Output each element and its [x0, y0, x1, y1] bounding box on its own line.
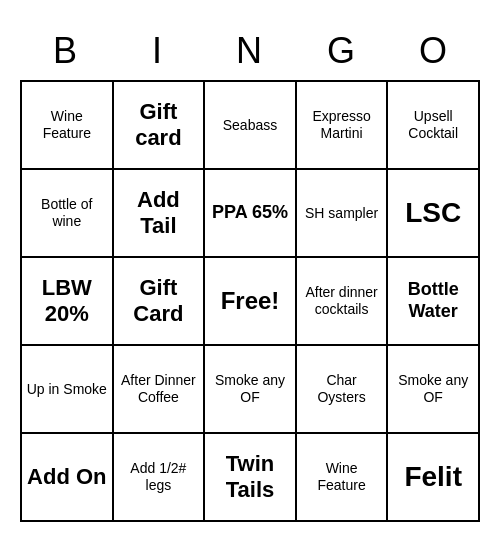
bingo-cell: PPA 65% [205, 170, 297, 258]
bingo-cell: Gift Card [114, 258, 206, 346]
bingo-cell: SH sampler [297, 170, 389, 258]
cell-text: Upsell Cocktail [392, 108, 474, 142]
header-letter: N [204, 22, 296, 80]
cell-text: After Dinner Coffee [118, 372, 200, 406]
cell-text: LSC [405, 196, 461, 230]
cell-text: Add On [27, 464, 106, 490]
header-letter: O [388, 22, 480, 80]
cell-text: Gift Card [118, 275, 200, 328]
cell-text: LBW 20% [26, 275, 108, 328]
bingo-card: BINGO Wine FeatureGift cardSeabassExpres… [20, 22, 480, 522]
bingo-cell: Bottle Water [388, 258, 480, 346]
bingo-header: BINGO [20, 22, 480, 80]
bingo-grid: Wine FeatureGift cardSeabassExpresso Mar… [20, 80, 480, 522]
bingo-cell: Felit [388, 434, 480, 522]
bingo-cell: Smoke any OF [205, 346, 297, 434]
cell-text: Smoke any OF [209, 372, 291, 406]
bingo-cell: Wine Feature [297, 434, 389, 522]
cell-text: Twin Tails [209, 451, 291, 504]
bingo-cell: Twin Tails [205, 434, 297, 522]
cell-text: Char Oysters [301, 372, 383, 406]
bingo-cell: LBW 20% [22, 258, 114, 346]
bingo-cell: LSC [388, 170, 480, 258]
cell-text: Free! [221, 287, 280, 316]
bingo-cell: After Dinner Coffee [114, 346, 206, 434]
cell-text: Wine Feature [301, 460, 383, 494]
cell-text: Expresso Martini [301, 108, 383, 142]
cell-text: Wine Feature [26, 108, 108, 142]
cell-text: Smoke any OF [392, 372, 474, 406]
bingo-cell: Seabass [205, 82, 297, 170]
header-letter: G [296, 22, 388, 80]
bingo-cell: After dinner cocktails [297, 258, 389, 346]
header-letter: B [20, 22, 112, 80]
cell-text: Felit [404, 460, 462, 494]
bingo-cell: Smoke any OF [388, 346, 480, 434]
cell-text: Seabass [223, 117, 277, 134]
bingo-cell: Upsell Cocktail [388, 82, 480, 170]
bingo-cell: Expresso Martini [297, 82, 389, 170]
bingo-cell: Free! [205, 258, 297, 346]
cell-text: Bottle of wine [26, 196, 108, 230]
header-letter: I [112, 22, 204, 80]
bingo-cell: Char Oysters [297, 346, 389, 434]
bingo-cell: Add Tail [114, 170, 206, 258]
bingo-cell: Up in Smoke [22, 346, 114, 434]
bingo-cell: Wine Feature [22, 82, 114, 170]
cell-text: SH sampler [305, 205, 378, 222]
cell-text: Up in Smoke [27, 381, 107, 398]
cell-text: Add 1/2# legs [118, 460, 200, 494]
cell-text: After dinner cocktails [301, 284, 383, 318]
cell-text: Add Tail [118, 187, 200, 240]
cell-text: PPA 65% [212, 202, 288, 224]
bingo-cell: Add On [22, 434, 114, 522]
cell-text: Gift card [118, 99, 200, 152]
bingo-cell: Bottle of wine [22, 170, 114, 258]
bingo-cell: Add 1/2# legs [114, 434, 206, 522]
cell-text: Bottle Water [392, 279, 474, 322]
bingo-cell: Gift card [114, 82, 206, 170]
